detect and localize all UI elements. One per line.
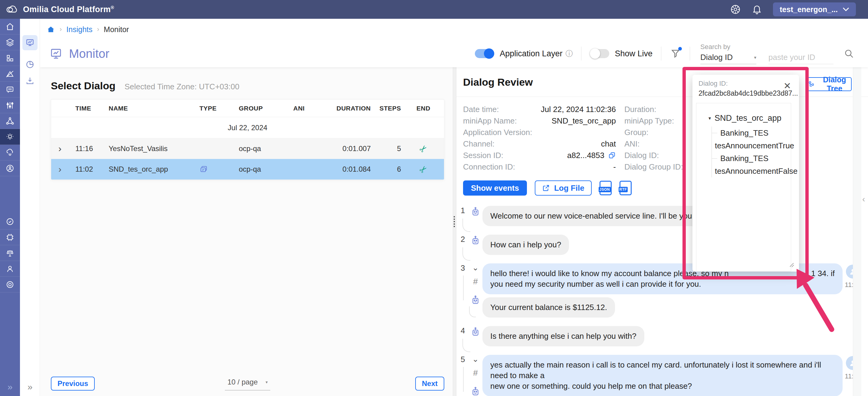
- sidebar-item-quality[interactable]: [0, 214, 20, 230]
- export-json-button[interactable]: JSON: [599, 181, 612, 195]
- field-label: Session ID:: [463, 151, 503, 160]
- tree-node[interactable]: tesAnnouncementTrue: [712, 139, 791, 152]
- lifebuoy-icon: [5, 280, 14, 289]
- home-icon: [46, 25, 55, 34]
- panel-collapse-arrow[interactable]: ‹: [862, 194, 865, 204]
- pagination: Previous 10 / page▾ Next: [51, 377, 444, 391]
- show-live-toggle[interactable]: [590, 49, 609, 58]
- table-row-2-selected[interactable]: › 11:02 SND_tes_orc_app ocp-qa 0:01.084 …: [51, 159, 444, 180]
- search-type-select[interactable]: Dialog ID ▾: [700, 53, 756, 64]
- sidebar-item-design[interactable]: [0, 66, 20, 82]
- expand-row-icon[interactable]: ›: [54, 144, 75, 154]
- bot-message-bubble: Your current balance is $1125.12.: [483, 297, 615, 317]
- tree-node[interactable]: Banking_TES: [712, 126, 791, 139]
- sidebar-item-miniapps[interactable]: [0, 50, 20, 66]
- subnav-item-monitor[interactable]: [22, 35, 37, 50]
- col-ani[interactable]: ANI: [293, 105, 323, 112]
- filter-funnel-icon[interactable]: [670, 48, 681, 60]
- scales-icon: [5, 249, 14, 257]
- page-size-select[interactable]: 10 / page▾: [225, 378, 270, 391]
- expand-row-icon[interactable]: ›: [54, 164, 75, 174]
- sidebar-item-tuning[interactable]: [0, 97, 20, 113]
- col-group[interactable]: GROUP: [239, 105, 293, 112]
- sidebar-item-admin[interactable]: [0, 160, 20, 176]
- account-menu-button[interactable]: test_energon_...: [773, 2, 856, 17]
- sidebar-item-applications[interactable]: [0, 34, 20, 50]
- primary-sidebar: »: [0, 19, 20, 396]
- pane-resize-divider[interactable]: [453, 67, 456, 396]
- bot-message-bubble: How can i help you?: [483, 235, 569, 255]
- cell-time: 11:16: [75, 144, 108, 153]
- sidebar-item-support[interactable]: [0, 277, 20, 293]
- log-file-button[interactable]: Log File: [535, 180, 592, 195]
- copy-icon[interactable]: [608, 151, 616, 159]
- sidebar-item-legal[interactable]: [0, 245, 20, 261]
- col-time[interactable]: TIME: [75, 105, 108, 112]
- scrollbar-track[interactable]: [853, 67, 861, 396]
- info-icon[interactable]: ⓘ: [565, 49, 572, 58]
- export-rtf-button[interactable]: RTF: [620, 181, 632, 195]
- show-live-label: Show Live: [615, 49, 652, 58]
- sidebar-item-orchestrator[interactable]: [0, 113, 20, 129]
- sidebar-item-users[interactable]: [0, 261, 20, 277]
- brand-name: Omilia Cloud Platform®: [23, 5, 114, 14]
- col-duration[interactable]: DURATION: [323, 105, 375, 112]
- settings-gear-icon[interactable]: [730, 4, 741, 15]
- tree-node[interactable]: tesAnnouncementFalse: [712, 165, 791, 177]
- search-icon[interactable]: [844, 49, 854, 59]
- transcript-step-3: 3 ⌄ # hello there! i would like to know …: [461, 264, 868, 317]
- notifications-bell-icon[interactable]: [752, 4, 762, 15]
- table-row-1[interactable]: › 11:16 YesNoTest_Vasilis ocp-qa 0:01.00…: [51, 139, 444, 159]
- breadcrumb-current: Monitor: [104, 25, 129, 34]
- external-link-icon: [542, 184, 550, 192]
- sidebar-item-integrations[interactable]: [0, 230, 20, 245]
- col-steps[interactable]: STEPS: [375, 105, 405, 112]
- breadcrumb-home-icon[interactable]: [46, 25, 55, 34]
- dialog-tree-button-label: Dialog Tree: [818, 75, 851, 93]
- bot-icon: [470, 386, 480, 396]
- collapse-subnav-button[interactable]: »: [20, 378, 40, 396]
- field-label: Application Version:: [463, 128, 532, 137]
- collapse-sidebar-button[interactable]: »: [0, 378, 20, 396]
- sidebar-item-insights[interactable]: [0, 129, 20, 145]
- breadcrumb-link-insights[interactable]: Insights: [66, 25, 92, 34]
- search-id-input[interactable]: [768, 53, 834, 64]
- resize-handle-icon[interactable]: [789, 262, 795, 268]
- application-layer-label: Application Layer: [500, 49, 562, 58]
- drag-handle[interactable]: [454, 216, 455, 227]
- subnav-item-reports[interactable]: [22, 57, 37, 72]
- cell-time: 11:02: [75, 165, 108, 174]
- hash-icon[interactable]: #: [473, 277, 478, 286]
- next-page-button[interactable]: Next: [415, 377, 444, 391]
- search-by-label: Search by: [700, 43, 834, 51]
- expand-step-icon[interactable]: ⌄: [472, 264, 479, 272]
- previous-page-button[interactable]: Previous: [51, 377, 95, 391]
- download-icon: [25, 76, 35, 86]
- sidebar-item-deployments[interactable]: [0, 145, 20, 160]
- tree-root-node[interactable]: ▾ SND_tes_orc_app: [709, 114, 791, 123]
- col-end[interactable]: END: [405, 105, 441, 112]
- tree-collapse-caret[interactable]: ▾: [709, 115, 711, 121]
- sliders-icon: [5, 101, 14, 110]
- dialog-tree-button[interactable]: Dialog Tree: [807, 77, 851, 91]
- field-label: Group:: [624, 128, 649, 137]
- expand-step-icon[interactable]: ⌄: [472, 355, 479, 363]
- field-value: chat: [601, 139, 616, 149]
- application-layer-toggle[interactable]: [475, 49, 494, 58]
- col-type[interactable]: TYPE: [199, 105, 239, 112]
- transcript-step-5: 5 ⌄ # yes actually the main reason i cal…: [461, 355, 868, 396]
- transcript-step-4: 4 Is there anything else i can help you …: [461, 326, 868, 346]
- ruler-pencil-icon: [5, 69, 14, 79]
- subnav-item-exports[interactable]: [22, 73, 37, 88]
- sidebar-item-home[interactable]: [0, 19, 20, 34]
- page-title: Monitor: [69, 47, 109, 61]
- col-name[interactable]: NAME: [108, 105, 199, 112]
- filter-active-dot: [678, 47, 682, 51]
- show-events-button[interactable]: Show events: [463, 180, 527, 195]
- sidebar-item-dialogs[interactable]: [0, 82, 20, 97]
- hash-icon[interactable]: #: [473, 368, 478, 378]
- tree-node[interactable]: Banking_TES: [712, 152, 791, 165]
- close-icon[interactable]: ✕: [783, 82, 791, 91]
- badge-check-icon: [5, 217, 14, 226]
- cell-name: SND_tes_orc_app: [108, 165, 199, 174]
